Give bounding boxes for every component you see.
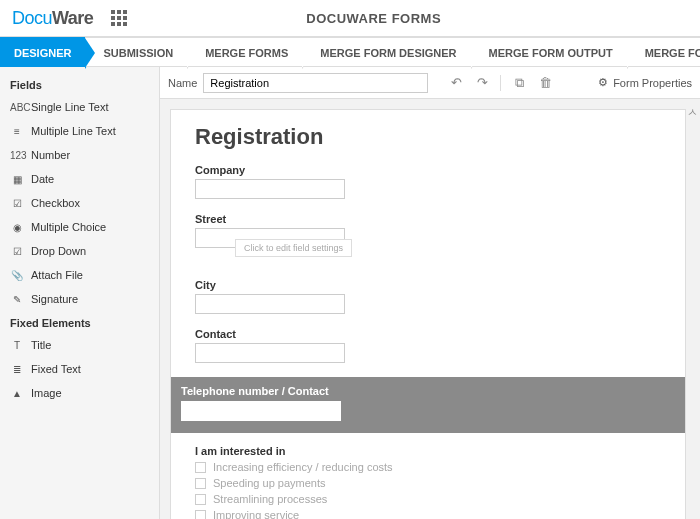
undo-button[interactable]: ↶ <box>446 73 466 93</box>
fixed-text-icon: ≣ <box>10 364 24 375</box>
tab-merge-form-index[interactable]: MERGE FORM INDE <box>627 37 700 67</box>
name-label: Name <box>168 77 197 89</box>
nav-tabs: DESIGNER SUBMISSION MERGE FORMS MERGE FO… <box>0 37 700 67</box>
fixed-text[interactable]: ≣Fixed Text <box>0 357 159 381</box>
brand-logo: DocuWare <box>0 8 105 29</box>
checkbox-icon <box>195 494 206 505</box>
field-single-line-text[interactable]: ABCSingle Line Text <box>0 95 159 119</box>
form-title[interactable]: Registration <box>195 124 661 150</box>
number-icon: 123 <box>10 150 24 161</box>
title-icon: T <box>10 340 24 351</box>
canvas-area: ㅅ Registration Company Street Click to e… <box>160 99 700 519</box>
redo-button[interactable]: ↷ <box>472 73 492 93</box>
fixed-title[interactable]: TTitle <box>0 333 159 357</box>
fixed-image[interactable]: ▲Image <box>0 381 159 405</box>
tab-merge-form-output[interactable]: MERGE FORM OUTPUT <box>471 37 627 67</box>
field-company[interactable]: Company <box>195 164 661 199</box>
checkbox-icon <box>195 510 206 520</box>
sidebar-heading-fixed: Fixed Elements <box>0 311 159 333</box>
checkbox-icon <box>195 462 206 473</box>
field-checkbox[interactable]: ☑Checkbox <box>0 191 159 215</box>
interest-option: Speeding up payments <box>195 477 661 489</box>
field-drop-down[interactable]: ☑Drop Down <box>0 239 159 263</box>
field-attach-file[interactable]: 📎Attach File <box>0 263 159 287</box>
radio-icon: ◉ <box>10 222 24 233</box>
apps-grid-icon[interactable] <box>111 10 127 26</box>
lines-icon: ≡ <box>10 126 24 137</box>
field-number[interactable]: 123Number <box>0 143 159 167</box>
image-icon: ▲ <box>10 388 24 399</box>
form-properties-button[interactable]: ⚙Form Properties <box>598 76 692 89</box>
field-street[interactable]: Street Click to edit field settings <box>195 213 661 265</box>
interest-option: Increasing efficiency / reducing costs <box>195 461 661 473</box>
tab-merge-forms[interactable]: MERGE FORMS <box>187 37 302 67</box>
field-telephone-selected[interactable]: Telephone number / Contact <box>171 377 685 433</box>
page-title: DOCUWARE FORMS <box>127 11 620 26</box>
calendar-icon: ▦ <box>10 174 24 185</box>
scroll-up-arrow[interactable]: ㅅ <box>687 105 698 120</box>
field-signature[interactable]: ✎Signature <box>0 287 159 311</box>
interest-option: Streamlining processes <box>195 493 661 505</box>
form-name-input[interactable] <box>203 73 428 93</box>
sidebar-heading-fields: Fields <box>0 73 159 95</box>
edit-hint-tooltip: Click to edit field settings <box>235 239 352 257</box>
gear-icon: ⚙ <box>598 76 608 89</box>
form-canvas[interactable]: Registration Company Street Click to edi… <box>170 109 686 519</box>
field-interest[interactable]: I am interested in Increasing efficiency… <box>195 445 661 519</box>
field-contact[interactable]: Contact <box>195 328 661 363</box>
delete-button[interactable]: 🗑 <box>535 73 555 93</box>
tab-submission[interactable]: SUBMISSION <box>85 37 187 67</box>
field-date[interactable]: ▦Date <box>0 167 159 191</box>
interest-option: Improving service <box>195 509 661 519</box>
copy-button[interactable]: ⧉ <box>509 73 529 93</box>
fields-sidebar: Fields ABCSingle Line Text ≡Multiple Lin… <box>0 67 160 519</box>
separator <box>500 75 501 91</box>
checkbox-icon: ☑ <box>10 198 24 209</box>
field-city[interactable]: City <box>195 279 661 314</box>
dropdown-icon: ☑ <box>10 246 24 257</box>
field-multiple-choice[interactable]: ◉Multiple Choice <box>0 215 159 239</box>
text-icon: ABC <box>10 102 24 113</box>
field-multiple-line-text[interactable]: ≡Multiple Line Text <box>0 119 159 143</box>
attach-icon: 📎 <box>10 270 24 281</box>
tab-merge-form-designer[interactable]: MERGE FORM DESIGNER <box>302 37 470 67</box>
tab-designer[interactable]: DESIGNER <box>0 37 85 67</box>
checkbox-icon <box>195 478 206 489</box>
signature-icon: ✎ <box>10 294 24 305</box>
